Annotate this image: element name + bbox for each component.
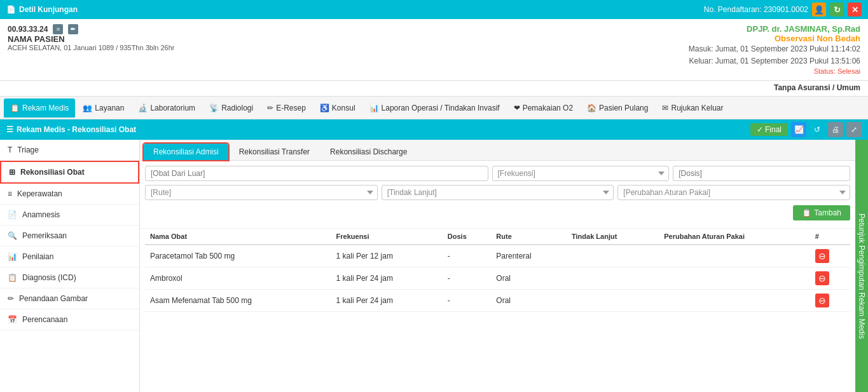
- tab-laporan[interactable]: 📊 Laporan Operasi / Tindakan Invasif: [363, 98, 506, 118]
- section-title: ☰ Rekam Medis - Rekonsiliasi Obat: [6, 125, 136, 134]
- cell-tindak: [567, 290, 659, 312]
- cell-perubahan: [659, 290, 809, 312]
- pemeriksaan-icon: 🔍: [8, 231, 17, 240]
- edit-icon[interactable]: ✏: [68, 24, 78, 34]
- sidebar-item-penilaian[interactable]: 📊 Penilaian: [0, 247, 139, 267]
- sidebar-item-diagnosis[interactable]: 📋 Diagnosis (ICD): [0, 267, 139, 288]
- patient-left: 00.93.33.24 ≡ ✏ NAMA PASIEN ACEH SELATAN…: [8, 24, 175, 51]
- cell-tindak: [567, 245, 659, 267]
- cell-perubahan: [659, 245, 809, 267]
- sidebar-item-keperawatan[interactable]: ≡ Keperawatan: [0, 184, 139, 205]
- triage-icon: T: [8, 145, 12, 154]
- list-icon[interactable]: ≡: [53, 24, 63, 34]
- tab-konsul[interactable]: ♿ Konsul: [313, 98, 362, 118]
- final-button[interactable]: ✓ Final: [750, 123, 788, 136]
- asuransi-label: Tanpa Asuransi / Umum: [774, 83, 860, 92]
- tindak-lanjut-select[interactable]: [Tindak Lanjut]: [382, 185, 614, 200]
- nav-tabs: 📋 Rekam Medis 👥 Layanan 🔬 Laboratorium 📡…: [0, 97, 868, 119]
- col-action: #: [810, 229, 850, 245]
- perubahan-select[interactable]: [Perubahan Aturan Pakai]: [617, 185, 850, 200]
- cell-action: ⊖: [810, 245, 850, 267]
- delete-button[interactable]: ⊖: [815, 294, 829, 308]
- sidebar-item-triage[interactable]: T Triage: [0, 140, 139, 161]
- subtab-discharge[interactable]: Rekonsiliasi Discharge: [320, 144, 417, 160]
- eresep-icon: ✏: [267, 104, 273, 112]
- patient-right: DPJP. dr. JASMINAR, Sp.Rad Observasi Non…: [689, 24, 860, 75]
- tab-radiologi[interactable]: 📡 Radiologi: [203, 98, 259, 118]
- chart-button[interactable]: 📈: [791, 122, 806, 137]
- tab-eresep[interactable]: ✏ E-Resep: [261, 98, 312, 118]
- tambah-button[interactable]: 📋 Tambah: [793, 205, 850, 220]
- cell-dosis: -: [443, 245, 491, 267]
- keperawatan-icon: ≡: [8, 189, 12, 198]
- subtab-transfer[interactable]: Rekonsiliasi Transfer: [230, 144, 319, 160]
- tab-pemakaian-o2[interactable]: ❤ Pemakaian O2: [507, 98, 579, 118]
- konsul-icon: ♿: [320, 104, 329, 112]
- main-content: T Triage ⊞ Rekonsiliasi Obat ≡ Keperawat…: [0, 140, 868, 392]
- right-panel-label[interactable]: Petunjuk Pengimputan Rekam Medis: [855, 140, 868, 392]
- obat-input[interactable]: [145, 166, 488, 181]
- col-nama-obat: Nama Obat: [145, 229, 331, 245]
- check-icon: ✓: [757, 125, 763, 134]
- refresh-button[interactable]: ↻: [830, 3, 844, 17]
- frekuensi-select[interactable]: [Frekuensi]: [492, 166, 670, 181]
- tab-pasien-pulang[interactable]: 🏠 Pasien Pulang: [581, 98, 654, 118]
- header-bar: 📄 Detil Kunjungan No. Pendaftaran: 23090…: [0, 0, 868, 19]
- col-frekuensi: Frekuensi: [331, 229, 443, 245]
- cell-frekuensi: 1 kali Per 24 jam: [331, 267, 443, 290]
- obat-table: Nama Obat Frekuensi Dosis Rute Tindak La…: [145, 229, 850, 312]
- reg-number: No. Pendaftaran: 230901.0002: [704, 5, 808, 14]
- observasi-label: Observasi Non Bedah: [689, 34, 860, 43]
- cell-nama: Asam Mefenamat Tab 500 mg: [145, 290, 331, 312]
- pulang-icon: 🏠: [587, 104, 596, 112]
- penandaan-icon: ✏: [8, 294, 14, 303]
- table-row: Paracetamol Tab 500 mg 1 kali Per 12 jam…: [145, 245, 850, 267]
- col-dosis: Dosis: [443, 229, 491, 245]
- expand-button[interactable]: ⤢: [846, 122, 862, 137]
- tab-rekam-medis[interactable]: 📋 Rekam Medis: [4, 98, 75, 118]
- col-perubahan: Perubahan Aturan Pakai: [659, 229, 809, 245]
- header-title: 📄 Detil Kunjungan: [6, 5, 78, 14]
- patient-name: NAMA PASIEN: [8, 34, 175, 44]
- laporan-icon: 📊: [369, 104, 379, 112]
- dosis-input[interactable]: [673, 166, 850, 181]
- sidebar: T Triage ⊞ Rekonsiliasi Obat ≡ Keperawat…: [0, 140, 140, 392]
- tab-rujukan[interactable]: ✉ Rujukan Keluar: [656, 98, 729, 118]
- dpjp-label: DPJP. dr. JASMINAR, Sp.Rad: [689, 24, 860, 34]
- user-icon-button[interactable]: 👤: [812, 3, 826, 17]
- subtab-admisi[interactable]: Rekonsiliasi Admisi: [144, 144, 228, 160]
- cell-perubahan: [659, 267, 809, 290]
- table-row: Ambroxol 1 kali Per 24 jam - Oral ⊖: [145, 267, 850, 290]
- cell-action: ⊖: [810, 290, 850, 312]
- print-button[interactable]: 🖨: [828, 122, 843, 137]
- delete-button[interactable]: ⊖: [815, 271, 829, 285]
- close-button[interactable]: ✕: [848, 3, 862, 17]
- perencanaan-icon: 📅: [8, 315, 17, 324]
- col-tindak-lanjut: Tindak Lanjut: [567, 229, 659, 245]
- sidebar-item-penandaan[interactable]: ✏ Penandaan Gambar: [0, 288, 139, 309]
- undo-button[interactable]: ↺: [809, 122, 825, 137]
- cell-dosis: -: [443, 267, 491, 290]
- tab-layanan[interactable]: 👥 Layanan: [76, 98, 130, 118]
- radio-icon: 📡: [209, 104, 219, 112]
- sidebar-item-perencanaan[interactable]: 📅 Perencanaan: [0, 309, 139, 330]
- dates-label: Masuk: Jumat, 01 September 2023 Pukul 11…: [689, 43, 860, 67]
- rute-select[interactable]: [Rute]: [145, 185, 378, 200]
- col-rute: Rute: [491, 229, 567, 245]
- sidebar-item-pemeriksaan[interactable]: 🔍 Pemeriksaan: [0, 226, 139, 247]
- sub-tabs: Rekonsiliasi Admisi Rekonsiliasi Transfe…: [140, 140, 855, 161]
- sidebar-item-anamnesis[interactable]: 📄 Anamnesis: [0, 205, 139, 226]
- cell-frekuensi: 1 kali Per 12 jam: [331, 245, 443, 267]
- cell-nama: Paracetamol Tab 500 mg: [145, 245, 331, 267]
- section-actions: ✓ Final 📈 ↺ 🖨 ⤢: [750, 122, 862, 137]
- delete-button[interactable]: ⊖: [815, 249, 829, 263]
- sidebar-item-rekonsiliasi-obat[interactable]: ⊞ Rekonsiliasi Obat: [0, 161, 139, 184]
- patient-info: ACEH SELATAN, 01 Januari 1089 / 935Thn 3…: [8, 44, 175, 51]
- section-header: ☰ Rekam Medis - Rekonsiliasi Obat ✓ Fina…: [0, 119, 868, 140]
- cell-dosis: -: [443, 290, 491, 312]
- menu-icon: ☰: [6, 125, 13, 134]
- patient-id: 00.93.33.24 ≡ ✏: [8, 24, 175, 34]
- table-row: Asam Mefenamat Tab 500 mg 1 kali Per 24 …: [145, 290, 850, 312]
- rujukan-icon: ✉: [662, 104, 668, 112]
- tab-laboratorium[interactable]: 🔬 Laboratorium: [132, 98, 202, 118]
